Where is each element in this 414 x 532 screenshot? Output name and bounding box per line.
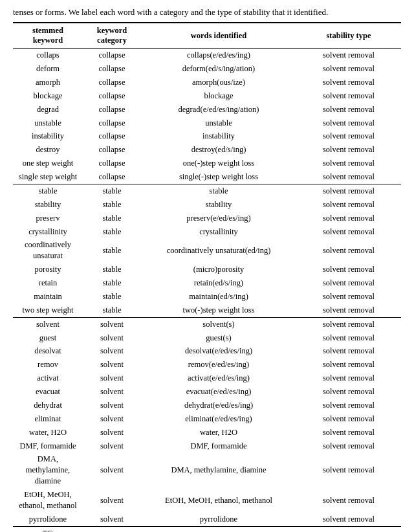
cell-words: evacuat(e/ed/es/ing) (141, 385, 296, 399)
table-row: pyrrolidonesolventpyrrolidonesolvent rem… (13, 513, 401, 526)
cell-stability: solvent removal (296, 103, 401, 116)
cell-stemmed: maintain (13, 290, 83, 304)
cell-words: TG(A) (141, 526, 296, 532)
cell-category: collapse (83, 143, 141, 157)
cell-words: DMA, methylamine, diamine (141, 452, 296, 488)
cell-stability: thermal (296, 526, 401, 532)
cell-category: stable (83, 263, 141, 276)
cell-words: stable (141, 184, 296, 197)
table-row: DMA, methylamine, diaminesolventDMA, met… (13, 452, 401, 488)
cell-stability: solvent removal (296, 412, 401, 426)
cell-stemmed: guest (13, 331, 83, 345)
cell-words: remov(e/ed/es/ing) (141, 358, 296, 371)
cell-words: one(-)step weight loss (141, 157, 296, 170)
table-row: removsolventremov(e/ed/es/ing)solvent re… (13, 358, 401, 371)
cell-category: stable (83, 212, 141, 225)
cell-stability: solvent removal (296, 358, 401, 371)
cell-stemmed: evacuat (13, 385, 83, 399)
cell-stemmed: one step weight (13, 157, 83, 170)
header-stability: stability type (296, 23, 401, 49)
cell-category: solvent (83, 452, 141, 488)
cell-category: solvent (83, 412, 141, 426)
cell-words: crystallinity (141, 225, 296, 239)
cell-words: unstable (141, 116, 296, 130)
cell-category: solvent (83, 344, 141, 358)
cell-stemmed: dehydrat (13, 399, 83, 412)
cell-stemmed: pyrrolidone (13, 513, 83, 526)
cell-category: collapse (83, 76, 141, 89)
cell-category: solvent (83, 513, 141, 526)
table-row: amorphcollapseamorph(ous/ize)solvent rem… (13, 76, 401, 89)
cell-category: stable (83, 304, 141, 317)
cell-stability: solvent removal (296, 129, 401, 143)
cell-words: preserv(e/ed/es/ing) (141, 212, 296, 225)
cell-category: collapse (83, 103, 141, 116)
cell-category: stable (83, 225, 141, 239)
cell-stability: solvent removal (296, 198, 401, 212)
cell-stability: solvent removal (296, 116, 401, 130)
header-stemmed: stemmed keyword (13, 23, 83, 49)
cell-stemmed: unstable (13, 116, 83, 130)
cell-category: solvent (83, 317, 141, 331)
cell-stemmed: EtOH, MeOH, ethanol, methanol (13, 488, 83, 513)
cell-stemmed: destroy (13, 143, 83, 157)
keyword-table: stemmed keyword keyword category words i… (13, 22, 401, 532)
cell-stability: solvent removal (296, 76, 401, 89)
cell-stemmed: DMA, methylamine, diamine (13, 452, 83, 488)
cell-words: blockage (141, 89, 296, 103)
table-row: desolvatsolventdesolvat(e/ed/es/ing)solv… (13, 344, 401, 358)
intro-text: tenses or forms. We label each word with… (13, 6, 401, 18)
cell-words: retain(ed/s/ing) (141, 276, 296, 290)
cell-category: stable (83, 290, 141, 304)
table-row: retainstableretain(ed/s/ing)solvent remo… (13, 276, 401, 290)
cell-category: solvent (83, 371, 141, 385)
cell-words: guest(s) (141, 331, 296, 345)
cell-stability: solvent removal (296, 426, 401, 439)
cell-category: stable (83, 276, 141, 290)
cell-stability: solvent removal (296, 263, 401, 276)
cell-stability: solvent removal (296, 143, 401, 157)
table-row: deformcollapsedeform(ed/s/ing/ation)solv… (13, 62, 401, 76)
cell-stemmed: single step weight (13, 170, 83, 184)
table-row: instabilitycollapseinstabilitysolvent re… (13, 129, 401, 143)
cell-words: DMF, formamide (141, 439, 296, 453)
cell-words: water, H2O (141, 426, 296, 439)
table-row: preservstablepreserv(e/ed/es/ing)solvent… (13, 212, 401, 225)
cell-stability: solvent removal (296, 385, 401, 399)
cell-stability: solvent removal (296, 344, 401, 358)
cell-category: stable (83, 198, 141, 212)
cell-stemmed: coordinatively unsaturat (13, 238, 83, 263)
cell-words: degrad(e/ed/es/ing/ation) (141, 103, 296, 116)
table-row: water, H2Osolventwater, H2Osolvent remov… (13, 426, 401, 439)
cell-category: collapse (83, 49, 141, 62)
cell-stability: solvent removal (296, 212, 401, 225)
header-words: words identified (141, 23, 296, 49)
table-row: guestsolventguest(s)solvent removal (13, 331, 401, 345)
table-row: collapscollapsecollaps(e/ed/es/ing)solve… (13, 49, 401, 62)
table-row: porositystable(micro)porositysolvent rem… (13, 263, 401, 276)
cell-stemmed: stable (13, 184, 83, 197)
table-row: DMF, formamidesolventDMF, formamidesolve… (13, 439, 401, 453)
cell-stability: solvent removal (296, 276, 401, 290)
table-row: solventsolventsolvent(s)solvent removal (13, 317, 401, 331)
cell-stemmed: activat (13, 371, 83, 385)
cell-category: collapse (83, 157, 141, 170)
cell-stemmed: degrad (13, 103, 83, 116)
cell-stemmed: crystallinity (13, 225, 83, 239)
cell-stemmed: deform (13, 62, 83, 76)
table-header-row: stemmed keyword keyword category words i… (13, 23, 401, 49)
header-category: keyword category (83, 23, 141, 49)
cell-stability: solvent removal (296, 513, 401, 526)
cell-stemmed: retain (13, 276, 83, 290)
cell-stability: solvent removal (296, 439, 401, 453)
table-row: unstablecollapseunstablesolvent removal (13, 116, 401, 130)
cell-stability: solvent removal (296, 170, 401, 184)
cell-stemmed: eliminat (13, 412, 83, 426)
cell-words: eliminat(e/ed/es/ing) (141, 412, 296, 426)
cell-stemmed: two step weight (13, 304, 83, 317)
cell-stability: solvent removal (296, 488, 401, 513)
cell-stability: solvent removal (296, 184, 401, 197)
cell-words: instability (141, 129, 296, 143)
cell-stemmed: amorph (13, 76, 83, 89)
table-row: evacuatsolventevacuat(e/ed/es/ing)solven… (13, 385, 401, 399)
